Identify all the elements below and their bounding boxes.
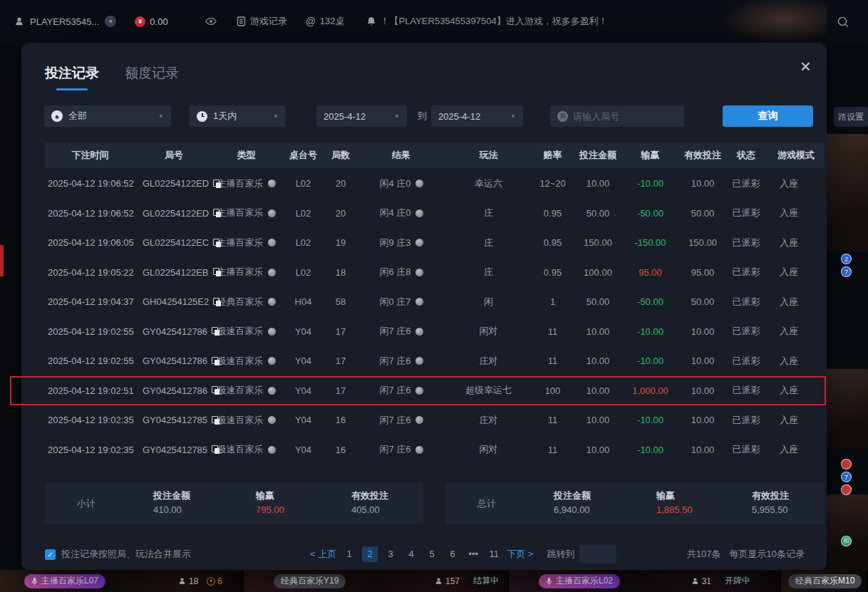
table-row[interactable]: 2025-04-12 19:06:52GL02254122ED主播百家乐L022… — [45, 169, 825, 199]
route-settings-button[interactable]: 路设置 — [834, 107, 868, 127]
game-records-label: 游戏记录 — [250, 15, 287, 28]
copy-icon[interactable] — [213, 209, 221, 217]
cell-odds: 1 — [529, 287, 576, 317]
jump-page-input[interactable] — [579, 545, 616, 564]
prev-page-button[interactable]: < 上页 — [310, 548, 336, 561]
table-name-pill: 主播百家乐L02 — [539, 574, 620, 588]
subtotal-win: 输赢 795.00 — [256, 489, 284, 515]
page-number[interactable]: 11 — [486, 546, 502, 562]
copy-icon[interactable] — [213, 239, 221, 247]
top-bar: PLAYER53545... ▾ ¥ 0.00 游戏记录 @ 132桌 ！【PL… — [0, 0, 868, 43]
table-row[interactable]: 2025-04-12 19:02:55GY0425412786极速百家乐Y041… — [45, 346, 825, 376]
time-range-select[interactable]: 1天内 ▼ — [190, 105, 286, 127]
copy-icon[interactable] — [213, 298, 221, 306]
cell-table-no: Y04 — [280, 346, 326, 376]
video-thumbnail[interactable]: 经典百家乐Y19157结算中 — [244, 570, 507, 592]
side-video-thumbnail[interactable] — [827, 134, 868, 251]
modal-footer: ✓ 投注记录按照局、玩法合并展示 < 上页 123456•••11 下页 > 跳… — [45, 543, 825, 566]
table-row[interactable]: 2025-04-12 19:06:05GL02254122EC主播百家乐L021… — [45, 228, 825, 258]
page-number[interactable]: 4 — [403, 546, 419, 562]
copy-icon[interactable] — [212, 327, 219, 336]
game-records-link[interactable]: 游戏记录 — [237, 15, 287, 28]
column-header: 局号 — [135, 142, 212, 168]
cell-round-id: GL02254122ED — [135, 199, 212, 229]
date-to-label: 到 — [418, 110, 427, 123]
modal-tabs: 投注记录额度记录 — [45, 64, 179, 83]
tab-credit-records[interactable]: 额度记录 — [125, 64, 179, 83]
person-icon — [14, 16, 24, 26]
summary-row: 小计 投注金额 410.00 输赢 795.00 有效投注 405.00 总计 … — [45, 483, 825, 524]
search-button[interactable] — [837, 16, 849, 31]
query-button[interactable]: 查询 — [723, 105, 813, 127]
table-body: 2025-04-12 19:06:52GL02254122ED主播百家乐L022… — [45, 169, 825, 464]
toggle-balance-visibility[interactable] — [205, 17, 217, 26]
cell-bet-amount: 10.00 — [576, 435, 620, 465]
next-page-button[interactable]: 下页 > — [507, 548, 533, 561]
cell-table-no: Y04 — [280, 376, 326, 406]
cell-round-no: 19 — [326, 228, 355, 258]
table-row[interactable]: 2025-04-12 19:04:37GH04254125E2经典百家乐H045… — [45, 287, 825, 317]
video-thumbnail[interactable]: 经典百家乐M10 — [781, 570, 867, 592]
page-number[interactable]: 2 — [362, 546, 378, 562]
cell-result: 闲6 庄8 — [355, 258, 448, 288]
copy-icon[interactable] — [212, 416, 219, 425]
checkbox-checked-icon[interactable]: ✓ — [45, 549, 56, 560]
table-row[interactable]: 2025-04-12 19:02:35GY0425412785极速百家乐Y041… — [45, 435, 825, 465]
result-text: 闲9 庄3 — [379, 237, 410, 249]
table-row[interactable]: 2025-04-12 19:06:52GL02254122ED主播百家乐L022… — [45, 199, 825, 229]
cell-status: 已派彩 — [725, 199, 768, 229]
cell-round-no: 17 — [326, 376, 355, 406]
cell-valid-bet: 10.00 — [681, 169, 725, 199]
copy-icon[interactable] — [212, 357, 219, 365]
game-type-select[interactable]: ♠ 全部 ▼ — [44, 105, 171, 127]
game-type-text: 经典百家乐 — [217, 296, 264, 308]
table-row[interactable]: 2025-04-12 19:02:51GY0425412786极速百家乐Y041… — [45, 376, 825, 406]
chevron-down-icon: ▼ — [273, 113, 279, 120]
merge-toggle[interactable]: ✓ 投注记录按照局、玩法合并展示 — [45, 548, 191, 561]
page-number[interactable]: 5 — [424, 546, 440, 562]
cell-status: 已派彩 — [725, 376, 768, 406]
mic-icon — [31, 577, 38, 586]
page-number[interactable]: 1 — [341, 546, 357, 562]
cell-bet-time: 2025-04-12 19:06:05 — [45, 228, 135, 258]
page-number[interactable]: 6 — [445, 546, 460, 562]
copy-icon[interactable] — [213, 180, 221, 188]
copy-icon[interactable] — [212, 386, 219, 395]
copy-icon[interactable] — [213, 268, 221, 276]
side-video-thumbnail[interactable] — [827, 369, 868, 449]
subtotal-bet-label: 投注金额 — [153, 489, 190, 502]
background-art — [720, 0, 827, 43]
cell-bet-time: 2025-04-12 19:02:55 — [45, 346, 135, 376]
round-search-input[interactable] — [573, 111, 666, 122]
tables-link[interactable]: @ 132桌 — [306, 15, 345, 28]
page-number[interactable]: ••• — [465, 546, 481, 562]
date-from-picker[interactable]: 2025-4-12 ▼ — [316, 105, 407, 127]
balance-display: ¥ 0.00 — [135, 16, 167, 27]
side-video-thumbnail[interactable] — [827, 494, 868, 570]
cell-game-type: 极速百家乐 — [212, 435, 280, 465]
copy-icon[interactable] — [212, 445, 219, 454]
column-header: 赔率 — [529, 142, 576, 168]
cell-game-type: 主播百家乐 — [212, 169, 280, 199]
date-to-picker[interactable]: 2025-4-12 ▼ — [431, 105, 523, 127]
table-name-label: 经典百家乐Y19 — [281, 575, 339, 587]
round-id-text: GL02254122EB — [143, 267, 209, 278]
table-row[interactable]: 2025-04-12 19:02:35GY0425412785极速百家乐Y041… — [45, 405, 825, 435]
round-id-text: GY0425412786 — [143, 355, 207, 366]
bead-badge: 7 — [841, 472, 852, 482]
close-icon[interactable]: × — [800, 57, 811, 76]
cell-valid-bet: 10.00 — [681, 405, 725, 435]
tab-bet-records[interactable]: 投注记录 — [45, 64, 99, 83]
table-name-pill: 经典百家乐Y19 — [274, 574, 346, 588]
table-row[interactable]: 2025-04-12 19:02:55GY0425412786极速百家乐Y041… — [45, 317, 825, 347]
video-thumbnail[interactable]: 主播百家乐L07186 — [0, 570, 242, 592]
total-win-value: 1,885.50 — [656, 504, 693, 515]
cell-game-mode: 入座 — [768, 258, 825, 288]
account-menu[interactable]: PLAYER53545... ▾ — [14, 16, 116, 27]
table-row[interactable]: 2025-04-12 19:05:22GL02254122EB主播百家乐L021… — [45, 258, 825, 288]
cell-result: 闲0 庄7 — [355, 287, 448, 317]
video-thumbnail[interactable]: 主播百家乐L0231开牌中 — [509, 570, 780, 592]
cell-table-no: Y04 — [280, 435, 326, 465]
page-number[interactable]: 3 — [383, 546, 398, 562]
cell-round-id: GY0425412786 — [135, 317, 212, 347]
